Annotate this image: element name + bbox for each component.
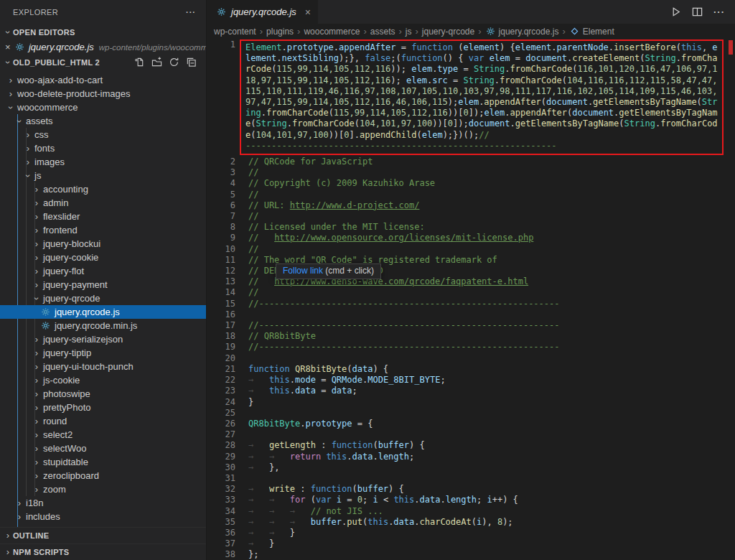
follow-link-text[interactable]: Follow link [283,266,323,276]
breadcrumb-item-assets[interactable]: assets [370,27,395,37]
tree-item-zoom[interactable]: ›zoom [0,482,206,496]
code-line-1[interactable]: 1Element.prototype.appendAfter = functio… [207,39,735,157]
code-line-31[interactable]: 31 [207,473,735,484]
run-icon[interactable] [670,6,681,17]
code-link[interactable]: http://www.opensource.org/licenses/mit-l… [274,233,533,243]
code-line-33[interactable]: 33→ → for (var i = 0; i < this.data.leng… [207,495,735,505]
code-line-26[interactable]: 26QR8bitByte.prototype = { [207,419,735,429]
tree-item-zeroclipboard[interactable]: ›zeroclipboard [0,469,206,482]
code-line-20[interactable]: 20 [207,353,735,364]
tree-item-jquery-cookie[interactable]: ›jquery-cookie [0,251,206,264]
tree-item-jquery-payment[interactable]: ›jquery-payment [0,278,206,291]
workspace-header[interactable]: › OLD_PUBLIC_HTML 2 [0,55,206,70]
code-line-3[interactable]: 3// [207,167,735,178]
tree-item-i18n[interactable]: ›i18n [0,496,206,510]
code-line-38[interactable]: 38}; [207,549,735,560]
tree-item-stupidtable[interactable]: ›stupidtable [0,455,206,469]
tree-item-jquery.qrcode.min.js[interactable]: jquery.qrcode.min.js [0,319,206,332]
code-line-30[interactable]: 30→ }, [207,462,735,473]
tree-item-includes[interactable]: ›includes [0,510,206,523]
npm-scripts-header[interactable]: › NPM SCRIPTS [0,543,206,560]
code-line-9[interactable]: 9// http://www.opensource.org/licenses/m… [207,233,735,243]
breadcrumb[interactable]: wp-content›plugins›woocommerce›assets›js… [207,24,735,39]
tree-item-jquery-tiptip[interactable]: ›jquery-tiptip [0,346,206,360]
close-icon[interactable]: × [305,6,311,18]
code-line-28[interactable]: 28→ getLength : function(buffer) { [207,440,735,451]
open-editors-header[interactable]: › OPEN EDITORS [0,24,206,39]
tree-item-jquery-serializejson[interactable]: ›jquery-serializejson [0,332,206,346]
more-actions-icon[interactable]: ··· [713,6,725,17]
tree-item-css[interactable]: ›css [0,128,206,141]
tree-item-jquery-qrcode[interactable]: ›jquery-qrcode [0,291,206,305]
code-line-4[interactable]: 4// Copyright (c) 2009 Kazuhiko Arase [207,178,735,189]
code-line-32[interactable]: 32→ write : function(buffer) { [207,484,735,495]
code-line-36[interactable]: 36→ → } [207,528,735,538]
tree-item-selectWoo[interactable]: ›selectWoo [0,442,206,455]
split-editor-icon[interactable] [692,6,703,17]
explorer-more-icon[interactable]: ··· [186,8,196,17]
tree-item-woo-delete-product-images[interactable]: ›woo-delete-product-images [0,87,206,101]
tree-item-woo-ajax-add-to-cart[interactable]: ›woo-ajax-add-to-cart [0,73,206,87]
code-line-37[interactable]: 37→ } [207,538,735,549]
refresh-icon[interactable] [169,57,179,67]
code-line-18[interactable]: 18// QR8bitByte [207,331,735,342]
code-line-27[interactable]: 27 [207,429,735,440]
code-line-17[interactable]: 17//------------------------------------… [207,320,735,331]
breadcrumb-item-woocommerce[interactable]: woocommerce [304,27,360,37]
code-line-10[interactable]: 10// [207,244,735,255]
tree-item-jquery-blockui[interactable]: ›jquery-blockui [0,237,206,251]
breadcrumb-item-Element[interactable]: Element [569,27,614,37]
code-line-6[interactable]: 6// URL: http://www.d-project.com/ [207,200,735,211]
tree-item-round[interactable]: ›round [0,414,206,428]
tree-item-select2[interactable]: ›select2 [0,428,206,442]
code-line-29[interactable]: 29→ → return this.data.length; [207,452,735,462]
new-folder-icon[interactable] [151,57,162,67]
code-line-8[interactable]: 8// Licensed under the MIT license: [207,222,735,233]
tree-item-accounting[interactable]: ›accounting [0,182,206,196]
tree-item-js[interactable]: ›js [0,169,206,182]
code-line-34[interactable]: 34→ → → // not JIS ... [207,506,735,517]
tree-item-js-cookie[interactable]: ›js-cookie [0,373,206,387]
collapse-all-icon[interactable] [186,57,197,67]
breadcrumb-item-jquery-qrcode[interactable]: jquery-qrcode [422,27,474,37]
tree-item-flexslider[interactable]: ›flexslider [0,210,206,223]
tree-item-woocommerce[interactable]: ›woocommerce [0,101,206,114]
follow-link-tooltip[interactable]: Follow link (cmd + click) [276,263,381,279]
code-line-5[interactable]: 5// [207,190,735,200]
code-line-12[interactable]: 12// DENSO WAVE INCORPORATEDFollow link … [207,266,735,276]
code-line-15[interactable]: 15//------------------------------------… [207,299,735,309]
code-line-16[interactable]: 16 [207,309,735,320]
code-line-21[interactable]: 21function QR8bitByte(data) { [207,364,735,375]
tree-item-admin[interactable]: ›admin [0,196,206,210]
code-line-2[interactable]: 2// QRCode for JavaScript [207,157,735,167]
tree-item-jquery.qrcode.js[interactable]: jquery.qrcode.js [0,305,206,319]
tree-item-fonts[interactable]: ›fonts [0,141,206,155]
tab-jquery-qrcode-js[interactable]: jquery.qrcode.js × [207,0,318,24]
code-line-24[interactable]: 24} [207,397,735,408]
code-line-14[interactable]: 14// [207,287,735,298]
tree-item-jquery-ui-touch-punch[interactable]: ›jquery-ui-touch-punch [0,360,206,373]
breadcrumb-item-wp-content[interactable]: wp-content [214,27,256,37]
tree-item-images[interactable]: ›images [0,155,206,169]
tree-item-packages[interactable]: ›packages [0,523,206,527]
code-line-35[interactable]: 35→ → → buffer.put(this.data.charCodeAt(… [207,517,735,528]
code-line-22[interactable]: 22→ this.mode = QRMode.MODE_8BIT_BYTE; [207,375,735,386]
code-line-7[interactable]: 7// [207,211,735,222]
breadcrumb-item-plugins[interactable]: plugins [266,27,294,37]
code-editor[interactable]: 1Element.prototype.appendAfter = functio… [207,39,735,560]
code-link[interactable]: http://www.d-project.com/ [290,200,420,210]
outline-header[interactable]: › OUTLINE [0,527,206,543]
tree-item-prettyPhoto[interactable]: ›prettyPhoto [0,401,206,414]
open-editor-item[interactable]: × jquery.qrcode.js wp-content/plugins/wo… [0,39,206,55]
breadcrumb-item-js[interactable]: js [406,27,412,37]
code-line-19[interactable]: 19//------------------------------------… [207,342,735,353]
tree-item-assets[interactable]: ›assets [0,114,206,128]
tree-item-jquery-flot[interactable]: ›jquery-flot [0,264,206,278]
code-line-23[interactable]: 23→ this.data = data; [207,386,735,396]
tree-item-frontend[interactable]: ›frontend [0,223,206,237]
code-line-25[interactable]: 25 [207,408,735,419]
breadcrumb-item-jquery.qrcode.js[interactable]: jquery.qrcode.js [485,27,559,37]
close-icon[interactable]: × [5,42,14,52]
tree-item-photoswipe[interactable]: ›photoswipe [0,387,206,401]
new-file-icon[interactable] [134,57,145,67]
